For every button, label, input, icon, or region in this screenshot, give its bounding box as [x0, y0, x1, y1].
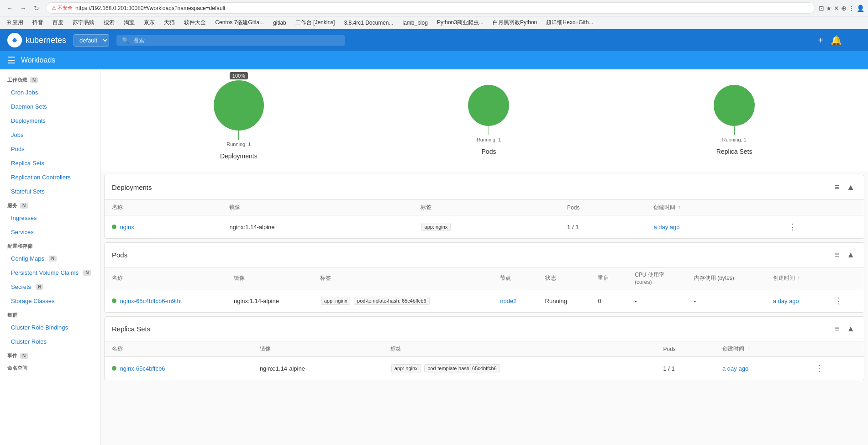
bookmark-jd[interactable]: 京东 — [141, 18, 158, 27]
pods-running-label: Running: 1 — [477, 137, 501, 142]
bookmark-taobao[interactable]: 淘宝 — [121, 18, 137, 27]
sidebar-item-replication-controllers[interactable]: Replication Controllers — [0, 170, 100, 184]
sidebar-item-stateful-sets[interactable]: Stateful Sets — [0, 184, 100, 199]
replica-sets-collapse-button[interactable]: ▲ — [845, 322, 857, 335]
bookmark-baidu[interactable]: 百度 — [50, 18, 66, 27]
sidebar-item-secrets[interactable]: Secrets N — [0, 280, 100, 294]
back-button[interactable]: ← — [4, 3, 16, 14]
deployments-col-pods: Pods — [560, 200, 646, 215]
summary-pods: Running: 1 Pods — [468, 85, 509, 155]
bookmark-hexo[interactable]: 超详细Hexo+Gith... — [543, 18, 596, 27]
rs-col-labels: 标签 — [383, 341, 656, 357]
deployment-row-menu-button[interactable]: ⋮ — [787, 220, 799, 234]
bookmark-python-spider[interactable]: Python3商业爬虫... — [434, 18, 486, 27]
pod-created-link[interactable]: a day ago — [773, 298, 799, 304]
reload-button[interactable]: ↻ — [31, 3, 42, 14]
pods-filter-button[interactable]: ≡ — [833, 248, 842, 262]
deployments-section-actions: ≡ ▲ — [833, 181, 857, 194]
browser-ext-icons: ⊡★✕⊕⋮👤 — [819, 5, 864, 12]
hamburger-menu-icon[interactable]: ☰ — [7, 55, 16, 66]
sidebar-item-daemon-sets[interactable]: Daemon Sets — [0, 99, 100, 114]
sidebar-item-config-maps[interactable]: Config Maps N — [0, 251, 100, 266]
pod-node-link[interactable]: node2 — [500, 298, 516, 304]
sidebar-item-cluster-role-bindings[interactable]: Cluster Role Bindings — [0, 320, 100, 335]
deployments-filter-button[interactable]: ≡ — [833, 181, 842, 194]
replica-sets-summary-label: Replica Sets — [716, 148, 752, 155]
bookmark-python-doc[interactable]: 3.8.4rc1 Documen... — [341, 19, 396, 27]
notifications-icon[interactable]: 🔔 — [831, 35, 842, 46]
sidebar-item-services[interactable]: Services — [0, 225, 100, 239]
pods-row-created: a day ago — [766, 289, 826, 313]
summary-section: 100% Running: 1 Deployments Running: 1 P… — [100, 69, 868, 171]
rs-row-menu-button[interactable]: ⋮ — [813, 361, 825, 375]
pods-row-menu: ⋮ — [826, 289, 864, 313]
sidebar-item-pods[interactable]: Pods — [0, 142, 100, 156]
deployments-col-created: 创建时间 ↑ — [646, 200, 779, 215]
sidebar-section-events: 事件 N — [0, 349, 100, 361]
replica-sets-running-label: Running: 1 — [722, 137, 747, 142]
replica-sets-circle — [714, 85, 755, 126]
replica-sets-section-title: Replica Sets — [112, 325, 150, 333]
rs-row-image: nginx:1.14-alpine — [253, 357, 383, 380]
pods-section-actions: ≡ ▲ — [833, 248, 857, 262]
bookmark-jenkins[interactable]: 工作台 [Jenkins] — [293, 18, 338, 27]
browser-navigation[interactable]: ← → ↻ — [4, 3, 42, 14]
deployment-created-link[interactable]: a day ago — [653, 224, 679, 230]
add-icon[interactable]: + — [818, 35, 823, 46]
bookmark-search[interactable]: 搜索 — [101, 18, 117, 27]
deployment-name-link[interactable]: nginx — [120, 224, 134, 230]
replica-sets-section-actions: ≡ ▲ — [833, 322, 857, 335]
kubernetes-logo: ⎈ kubernetes — [7, 33, 66, 47]
deployments-percent-badge: 100% — [230, 72, 248, 79]
bookmark-tmall[interactable]: 天猫 — [161, 18, 178, 27]
bookmark-gitlab[interactable]: gitlab — [270, 19, 289, 27]
replica-sets-filter-button[interactable]: ≡ — [833, 322, 842, 335]
deployments-row-created: a day ago — [646, 215, 779, 239]
replica-sets-section: Replica Sets ≡ ▲ 名称 镜像 标签 Pods 创建时间 ↑ — [104, 316, 864, 380]
pod-name-link[interactable]: nginx-65c4bffcb6-m9tht — [120, 298, 182, 304]
deployments-col-image: 镜像 — [222, 200, 413, 215]
deployments-running-label: Running: 1 — [226, 141, 251, 147]
bookmark-centos[interactable]: Centos 7搭建Gitla... — [212, 18, 267, 27]
address-bar[interactable]: ⚠ 不安全 https://192.168.0.201:30080/#/work… — [46, 2, 815, 14]
user-avatar-icon[interactable]: 👤 — [849, 35, 861, 46]
bookmarks-bar: ⊞ 应用 抖音 百度 苏宁易购 搜索 淘宝 京东 天猫 软件大全 Centos … — [0, 16, 868, 29]
sidebar-item-cluster-roles[interactable]: Cluster Roles — [0, 335, 100, 349]
pods-row-labels: app: nginx pod-template-hash: 65c4bffcb6 — [313, 289, 493, 313]
rs-row-menu: ⋮ — [806, 357, 864, 380]
search-input[interactable] — [133, 37, 339, 44]
deployments-collapse-button[interactable]: ▲ — [845, 181, 857, 194]
bookmark-douyin[interactable]: 抖音 — [30, 18, 46, 27]
sidebar-item-replica-sets[interactable]: Replica Sets — [0, 156, 100, 170]
deployments-table: 名称 镜像 标签 Pods 创建时间 ↑ nginx nginx — [105, 200, 864, 238]
pods-col-restarts: 重启 — [590, 267, 627, 289]
services-badge: N — [20, 203, 28, 209]
sidebar-item-jobs[interactable]: Jobs — [0, 128, 100, 142]
deployments-section: Deployments ≡ ▲ 名称 镜像 标签 Pods 创建时间 ↑ — [104, 175, 864, 239]
pods-col-name: 名称 — [105, 267, 226, 289]
pods-collapse-button[interactable]: ▲ — [845, 248, 857, 262]
sidebar-item-storage-classes[interactable]: Storage Classes — [0, 294, 100, 308]
bookmark-python-teach[interactable]: 白月黑羽教Python — [490, 18, 540, 27]
bookmark-lamb[interactable]: lamb_blog — [400, 19, 431, 27]
events-section-label: 事件 — [7, 352, 17, 359]
sidebar-item-ingresses[interactable]: Ingresses — [0, 211, 100, 225]
sidebar-item-persistent-volume-claims[interactable]: Persistent Volume Claims N — [0, 266, 100, 280]
services-section-label: 服务 — [7, 202, 17, 209]
rs-row-labels: app: nginx pod-template-hash: 65c4bffcb6 — [383, 357, 656, 380]
pod-row-menu-button[interactable]: ⋮ — [833, 294, 845, 308]
forward-button[interactable]: → — [17, 3, 29, 14]
table-row: nginx-65c4bffcb6-m9tht nginx:1.14-alpine… — [105, 289, 864, 313]
rs-created-link[interactable]: a day ago — [722, 365, 748, 372]
sidebar-item-cron-jobs[interactable]: Cron Jobs — [0, 85, 100, 99]
search-bar[interactable]: 🔍 — [116, 35, 345, 46]
bookmark-software[interactable]: 软件大全 — [181, 18, 209, 27]
bookmark-suning[interactable]: 苏宁易购 — [70, 18, 97, 27]
bookmark-apps[interactable]: ⊞ 应用 — [4, 18, 26, 27]
replica-sets-table: 名称 镜像 标签 Pods 创建时间 ↑ nginx-65c4bffcb6 — [105, 341, 864, 380]
namespace-selector[interactable]: default — [74, 34, 109, 47]
deployments-running-line — [238, 131, 239, 140]
rs-name-link[interactable]: nginx-65c4bffcb6 — [120, 365, 165, 372]
sidebar-item-deployments[interactable]: Deployments — [0, 114, 100, 128]
rs-status-dot — [112, 366, 116, 371]
